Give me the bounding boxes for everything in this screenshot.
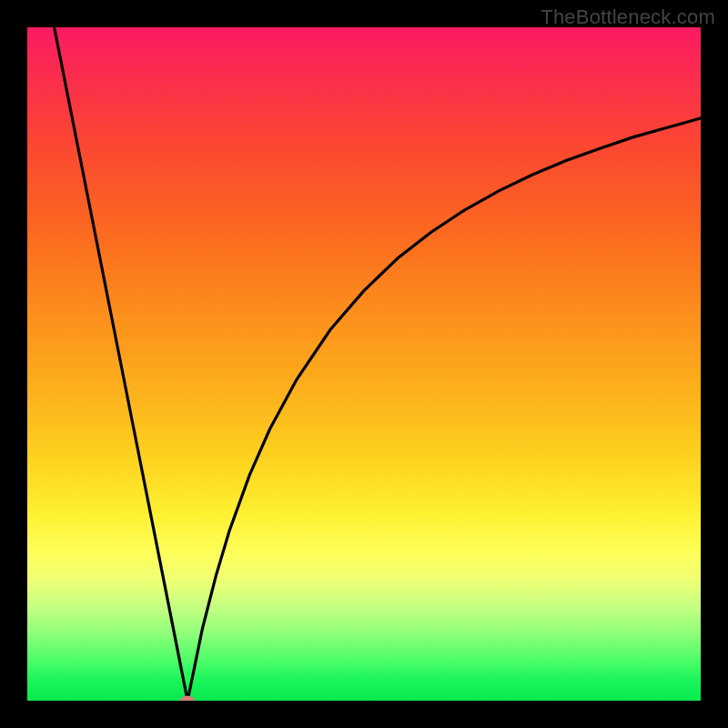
plot-area xyxy=(27,27,701,701)
watermark-label: TheBottleneck.com xyxy=(541,5,715,29)
curve-right-branch xyxy=(187,118,701,701)
chart-root: TheBottleneck.com xyxy=(0,0,728,728)
minimum-marker xyxy=(180,696,195,702)
curve-left-branch xyxy=(55,27,188,701)
curve-layer xyxy=(27,27,701,701)
